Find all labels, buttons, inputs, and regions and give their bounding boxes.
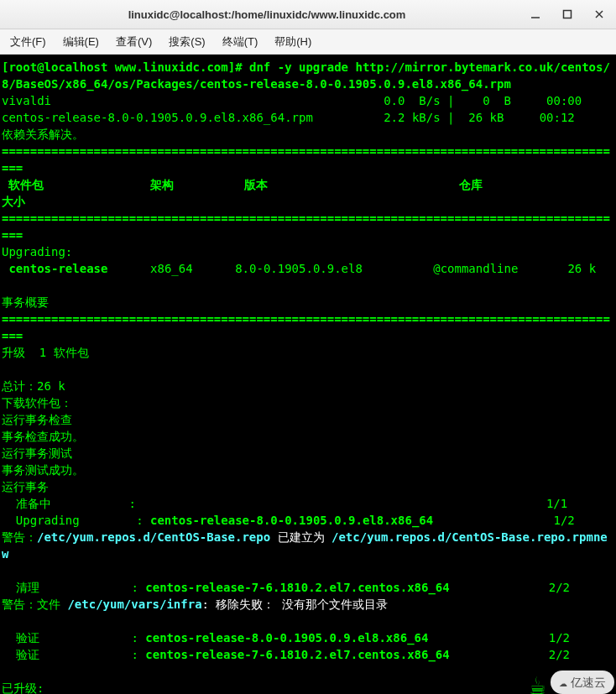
check-ok: 事务检查成功。 (2, 430, 84, 443)
warn1-prefix: 警告： (2, 530, 37, 544)
watermark-brand: 亿速云 (571, 674, 606, 691)
pkg-arch: x86_64 (150, 262, 193, 275)
upg-pkg: centos-release-8.0-0.1905.0.9.el8.x86_64 (150, 514, 433, 527)
menu-help[interactable]: 帮助(H) (268, 31, 318, 53)
menu-terminal[interactable]: 终端(T) (216, 31, 265, 53)
verify-label-2: 验证 (16, 648, 39, 661)
pkg-size: 26 k (567, 262, 596, 275)
dl-row1-name: vivaldi (2, 94, 51, 107)
cloud-icon: ☁ (559, 674, 567, 691)
dl-row2-time: 00:12 (540, 111, 575, 124)
dl-row2-size: 26 kB (468, 111, 504, 124)
coffee-icon: ☕ (530, 677, 546, 694)
total-size: 总计：26 k (2, 379, 65, 393)
svg-rect-1 (564, 11, 572, 18)
divider-line-2: ========================================… (2, 211, 610, 242)
hdr-arch: 架构 (150, 178, 174, 191)
txn-summary: 事务概要 (2, 295, 49, 309)
upg-frac: 1/2 (553, 514, 574, 527)
divider-line-3: ========================================… (2, 312, 610, 342)
window-title: linuxidc@localhost:/home/linuxidc/www.li… (10, 8, 524, 21)
clean-pkg: centos-release-7-6.1810.2.el7.centos.x86… (145, 581, 449, 594)
watermark-pill: ☁亿速云 (551, 671, 614, 694)
hdr-ver: 版本 (244, 178, 268, 191)
verify1-pkg: centos-release-8.0-0.1905.0.9.el8.x86_64 (145, 631, 428, 644)
dl-row1-rate: 0.0 B/s (384, 94, 440, 107)
verify2-frac: 2/2 (549, 648, 570, 661)
run-txn: 运行事务 (2, 480, 49, 493)
prompt: [root@localhost www.linuxidc.com]# (2, 60, 243, 74)
menu-bar: 文件(F) 编辑(E) 查看(V) 搜索(S) 终端(T) 帮助(H) (0, 29, 616, 55)
minimize-button[interactable] (524, 3, 547, 25)
dl-row1-time: 00:00 (546, 94, 582, 107)
warn1-path1: /etc/yum.repos.d/CentOS-Base.repo (37, 530, 270, 544)
upg-label: Upgrading (16, 514, 80, 527)
maximize-button[interactable] (556, 3, 579, 25)
verify2-pkg: centos-release-7-6.1810.2.el7.centos.x86… (145, 648, 449, 661)
window-controls (524, 3, 611, 25)
test-ok: 事务测试成功。 (2, 463, 84, 477)
pkg-repo: @commandline (433, 262, 518, 275)
upgraded-label: 已升级: (2, 681, 44, 694)
menu-file[interactable]: 文件(F) (3, 31, 53, 53)
prepare-label: 准备中 (16, 497, 51, 510)
warn2-prefix: 警告：文件 (2, 597, 67, 611)
prepare-frac: 1/1 (546, 497, 567, 510)
deps-resolved: 依赖关系解决。 (2, 128, 84, 141)
verify1-frac: 1/2 (549, 631, 570, 644)
hdr-pkg: 软件包 (8, 178, 44, 191)
warn2-suffix: : 移除失败： 没有那个文件或目录 (202, 597, 388, 611)
dl-row2-rate: 2.2 kB/s (384, 111, 440, 124)
pkg-ver: 8.0-0.1905.0.9.el8 (235, 262, 363, 275)
dl-row1-size: 0 B (483, 94, 511, 107)
clean-frac: 2/2 (549, 581, 570, 594)
window-titlebar: linuxidc@localhost:/home/linuxidc/www.li… (0, 0, 616, 29)
clean-label: 清理 (16, 581, 39, 594)
watermark: ☕ ☁亿速云 (472, 656, 614, 694)
menu-search[interactable]: 搜索(S) (162, 31, 211, 53)
run-check: 运行事务检查 (2, 413, 72, 426)
menu-edit[interactable]: 编辑(E) (56, 31, 106, 53)
hdr-repo: 仓库 (459, 178, 483, 191)
pkg-name: centos-release (8, 262, 107, 275)
run-test: 运行事务测试 (2, 446, 72, 460)
verify-label: 验证 (16, 631, 39, 644)
menu-view[interactable]: 查看(V) (109, 31, 159, 53)
upgrading-label: Upgrading: (2, 245, 72, 258)
downloading: 下载软件包： (2, 396, 72, 410)
warn2-path: /etc/yum/vars/infra (67, 597, 201, 611)
hdr-size: 大小 (2, 195, 25, 208)
dl-row2-name: centos-release-8.0-0.1905.0.9.el8.x86_64… (2, 111, 313, 124)
terminal-output[interactable]: [root@localhost www.linuxidc.com]# dnf -… (0, 55, 616, 694)
warn1-mid: 已建立为 (270, 530, 331, 544)
close-button[interactable] (587, 3, 611, 25)
upgrade-count: 升级 1 软件包 (2, 346, 89, 359)
divider-line: ========================================… (2, 144, 610, 175)
